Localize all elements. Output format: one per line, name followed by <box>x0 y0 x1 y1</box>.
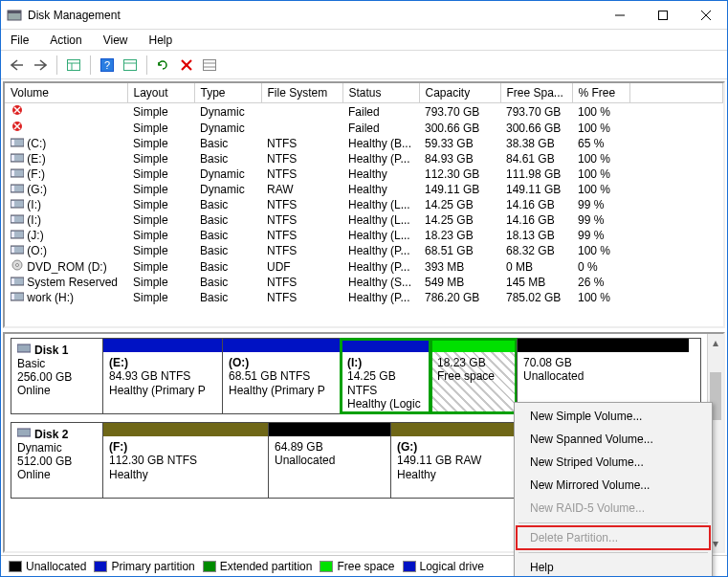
volume-list[interactable]: Volume Layout Type File System Status Ca… <box>3 81 725 328</box>
menu-action[interactable]: Action <box>46 33 85 48</box>
maximize-button[interactable] <box>641 1 684 29</box>
ctx-separator <box>518 522 708 523</box>
cell-fs: RAW <box>261 182 342 197</box>
volume-icon <box>11 167 24 179</box>
cell-type: Basic <box>194 212 261 228</box>
table-row[interactable]: SimpleDynamicFailed300.66 GB300.66 GB100… <box>5 120 723 136</box>
cell-free: 68.32 GB <box>500 243 572 258</box>
cell-pct: 100 % <box>572 182 629 197</box>
table-row[interactable]: (F:)SimpleDynamicNTFSHealthy112.30 GB111… <box>5 166 723 182</box>
svg-rect-47 <box>17 429 31 436</box>
help-button[interactable]: ? <box>97 55 118 76</box>
partition-f[interactable]: (F:)112.30 GB NTFSHealthy <box>103 423 268 498</box>
part-label: (I:) <box>347 356 425 369</box>
col-status[interactable]: Status <box>342 83 419 103</box>
cell-type: Dynamic <box>194 182 261 197</box>
part-line2: 14.25 GB NTFS <box>347 369 425 397</box>
svg-rect-15 <box>204 59 216 70</box>
table-row[interactable]: DVD_ROM (D:)SimpleBasicUDFHealthy (P...3… <box>5 258 723 275</box>
partition-o[interactable]: (O:)68.51 GB NTFSHealthy (Primary P <box>222 339 341 413</box>
part-line3: Healthy (Logic <box>347 397 425 411</box>
ctx-separator <box>518 552 708 553</box>
table-row[interactable]: (O:)SimpleBasicNTFSHealthy (P...68.51 GB… <box>5 243 723 258</box>
cell-pct: 100 % <box>572 243 629 258</box>
cell-status: Failed <box>342 120 419 136</box>
cell-free: 300.66 GB <box>500 120 572 136</box>
cell-fs: NTFS <box>261 243 342 258</box>
settings-button[interactable] <box>120 55 141 76</box>
partition-e[interactable]: (E:)84.93 GB NTFSHealthy (Primary P <box>103 339 222 413</box>
table-row[interactable]: (E:)SimpleBasicNTFSHealthy (P...84.93 GB… <box>5 151 723 166</box>
col-fs[interactable]: File System <box>261 83 342 103</box>
cell-type: Basic <box>194 290 261 305</box>
cell-status: Healthy (L... <box>342 197 419 212</box>
disk-2-header[interactable]: Disk 2 Dynamic 512.00 GB Online <box>11 423 103 498</box>
ctx-new-striped-volume[interactable]: New Striped Volume... <box>517 451 710 474</box>
back-button[interactable] <box>7 55 28 76</box>
ctx-new-mirrored-volume[interactable]: New Mirrored Volume... <box>517 474 710 497</box>
col-type[interactable]: Type <box>194 83 261 103</box>
part-line3: Healthy (Primary P <box>109 384 216 397</box>
svg-rect-46 <box>17 344 31 352</box>
disk-2-name: Disk 2 <box>34 428 68 441</box>
svg-rect-29 <box>11 170 14 176</box>
col-layout[interactable]: Layout <box>127 83 194 103</box>
partition-cap <box>103 339 222 352</box>
col-volume[interactable]: Volume <box>5 83 127 103</box>
table-row[interactable]: System ReservedSimpleBasicNTFSHealthy (S… <box>5 275 723 290</box>
cell-capacity: 112.30 GB <box>419 166 500 182</box>
cell-pct: 0 % <box>572 258 629 275</box>
cell-layout: Simple <box>127 166 194 182</box>
close-button[interactable] <box>684 1 727 29</box>
menu-help[interactable]: Help <box>145 33 177 48</box>
minimize-button[interactable] <box>598 1 641 29</box>
table-row[interactable]: (G:)SimpleDynamicRAWHealthy149.11 GB149.… <box>5 182 723 197</box>
col-spare[interactable] <box>629 83 723 103</box>
part-line2: 70.08 GB <box>523 356 683 369</box>
table-row[interactable]: (I:)SimpleBasicNTFSHealthy (L...14.25 GB… <box>5 212 723 228</box>
ctx-help[interactable]: Help <box>517 556 710 577</box>
cell-type: Dynamic <box>194 166 261 182</box>
partition-i[interactable]: (I:)14.25 GB NTFSHealthy (Logic <box>341 339 430 413</box>
part-line3: Unallocated <box>523 369 683 383</box>
scroll-up-icon[interactable]: ▴ <box>708 334 723 350</box>
disk-1-header[interactable]: Disk 1 Basic 256.00 GB Online <box>11 339 103 413</box>
cell-fs: NTFS <box>261 197 342 212</box>
col-pct[interactable]: % Free <box>572 83 629 103</box>
col-free[interactable]: Free Spa... <box>500 83 572 103</box>
col-capacity[interactable]: Capacity <box>419 83 500 103</box>
forward-button[interactable] <box>30 55 51 76</box>
table-row[interactable]: work (H:)SimpleBasicNTFSHealthy (P...786… <box>5 290 723 305</box>
partition-cap <box>269 423 390 436</box>
ctx-new-spanned-volume[interactable]: New Spanned Volume... <box>517 428 710 451</box>
table-row[interactable]: (J:)SimpleBasicNTFSHealthy (L...18.23 GB… <box>5 228 723 243</box>
part-label: (E:) <box>109 356 216 369</box>
cell-capacity: 393 MB <box>419 258 500 275</box>
disk-1-size: 256.00 GB <box>17 370 97 384</box>
part-line3: Healthy <box>109 468 262 481</box>
menu-file[interactable]: File <box>7 33 33 48</box>
partition-unallocated-2[interactable]: 64.89 GBUnallocated <box>268 423 390 498</box>
cell-status: Healthy (P... <box>342 151 419 166</box>
disk-1-name: Disk 1 <box>34 344 68 357</box>
legend-unallocated: Unallocated <box>9 560 86 573</box>
partition-free-space[interactable]: 18.23 GBFree space <box>430 339 517 413</box>
table-row[interactable]: SimpleDynamicFailed793.70 GB793.70 GB100… <box>5 103 723 121</box>
show-hide-tree-button[interactable] <box>63 55 84 76</box>
cell-layout: Simple <box>127 275 194 290</box>
volume-icon <box>11 121 24 132</box>
table-row[interactable]: (C:)SimpleBasicNTFSHealthy (B...59.33 GB… <box>5 136 723 151</box>
svg-line-5 <box>701 11 711 20</box>
volume-name: (I:) <box>27 198 41 211</box>
table-row[interactable]: (I:)SimpleBasicNTFSHealthy (L...14.25 GB… <box>5 197 723 212</box>
list-button[interactable] <box>199 55 220 76</box>
legend-free: Free space <box>320 560 394 573</box>
cell-status: Healthy (B... <box>342 136 419 151</box>
menu-view[interactable]: View <box>99 33 132 48</box>
volume-name: (G:) <box>27 183 47 196</box>
cell-status: Healthy <box>342 182 419 197</box>
ctx-new-simple-volume[interactable]: New Simple Volume... <box>517 405 710 428</box>
part-label: (F:) <box>109 440 262 454</box>
delete-button[interactable] <box>176 55 197 76</box>
refresh-button[interactable] <box>153 55 174 76</box>
